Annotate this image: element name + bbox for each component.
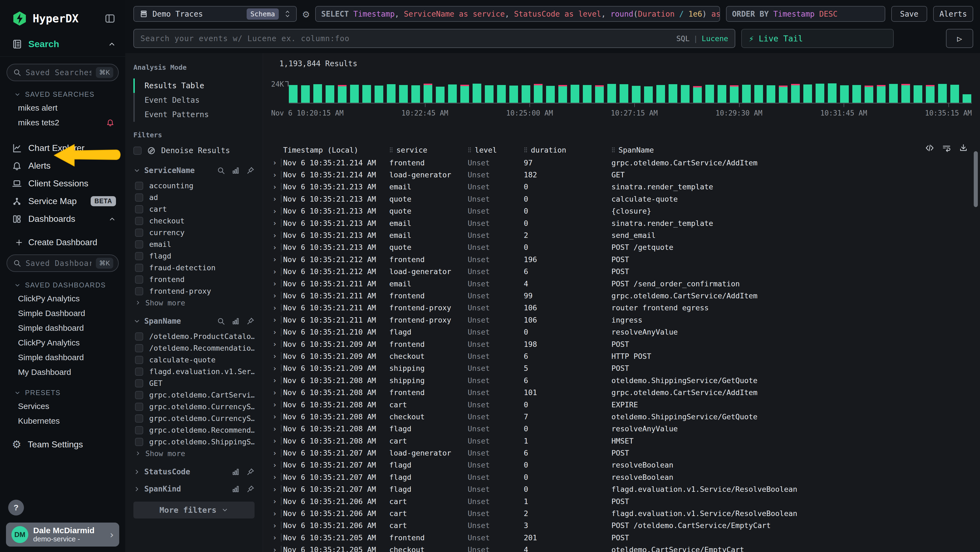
table-row[interactable]: ›Nov 6 10:35:21.209 AMshippingUnset5POST bbox=[269, 362, 980, 374]
filter-option[interactable]: frontend bbox=[134, 274, 255, 285]
checkbox[interactable] bbox=[135, 193, 143, 202]
histogram-bar[interactable] bbox=[620, 84, 628, 103]
checkbox[interactable] bbox=[135, 367, 143, 376]
user-card[interactable]: DM Dale McDiarmid demo-service - › bbox=[6, 523, 119, 547]
histogram-bar[interactable] bbox=[558, 85, 567, 103]
histogram-bar[interactable] bbox=[362, 85, 371, 103]
expand-row-icon[interactable]: › bbox=[269, 497, 281, 506]
column-header-service[interactable]: service bbox=[389, 146, 468, 154]
saved-search-item[interactable]: mikes tets2 bbox=[0, 115, 125, 130]
checkbox[interactable] bbox=[135, 228, 143, 237]
histogram-bar[interactable] bbox=[448, 85, 457, 103]
table-row[interactable]: ›Nov 6 10:35:21.213 AMquoteUnset0calcula… bbox=[269, 193, 980, 205]
table-row[interactable]: ›Nov 6 10:35:21.208 AMcartUnset1HMSET bbox=[269, 435, 980, 447]
checkbox[interactable] bbox=[135, 438, 143, 446]
histogram-bar[interactable] bbox=[693, 86, 702, 103]
saved-searches-input[interactable]: Saved Searches ⌘K bbox=[6, 64, 119, 81]
expand-row-icon[interactable]: › bbox=[269, 340, 281, 348]
checkbox[interactable] bbox=[135, 182, 143, 190]
table-row[interactable]: ›Nov 6 10:35:21.209 AMfrontendUnset198PO… bbox=[269, 338, 980, 350]
table-row[interactable]: ›Nov 6 10:35:21.207 AMflagdUnset0resolve… bbox=[269, 471, 980, 483]
histogram-bar[interactable] bbox=[375, 86, 383, 103]
checkbox[interactable] bbox=[135, 391, 143, 399]
table-row[interactable]: ›Nov 6 10:35:21.206 AMcartUnset2flagd.ev… bbox=[269, 507, 980, 519]
save-button[interactable]: Save bbox=[891, 6, 927, 22]
pin-icon[interactable] bbox=[247, 485, 255, 493]
table-row[interactable]: ›Nov 6 10:35:21.207 AMload-generatorUnse… bbox=[269, 447, 980, 459]
expand-row-icon[interactable]: › bbox=[269, 437, 281, 445]
saved-searches-header[interactable]: SAVED SEARCHES bbox=[14, 91, 119, 98]
mode-sql-toggle[interactable]: SQL bbox=[676, 34, 690, 43]
vertical-scrollbar[interactable] bbox=[974, 151, 978, 207]
checkbox[interactable] bbox=[135, 344, 143, 352]
expand-row-icon[interactable]: › bbox=[269, 316, 281, 324]
table-row[interactable]: ›Nov 6 10:35:21.213 AMemailUnset0sinatra… bbox=[269, 217, 980, 229]
table-row[interactable]: ›Nov 6 10:35:21.211 AMemailUnset4POST /s… bbox=[269, 278, 980, 290]
saved-dashboard-item[interactable]: ClickPy Analytics bbox=[0, 335, 125, 350]
expand-row-icon[interactable]: › bbox=[269, 473, 281, 481]
saved-dashboards-input[interactable]: Saved Dashboards ⌘K bbox=[6, 254, 119, 272]
analysis-mode-event-patterns[interactable]: Event Patterns bbox=[134, 107, 255, 122]
saved-dashboard-item[interactable]: My Dashboard bbox=[0, 365, 125, 380]
show-more-button[interactable]: Show more bbox=[134, 448, 255, 459]
filter-option[interactable]: email bbox=[134, 238, 255, 250]
schema-badge[interactable]: Schema bbox=[247, 8, 279, 20]
histogram-bar[interactable] bbox=[754, 85, 763, 103]
histogram-bar[interactable] bbox=[546, 86, 555, 103]
expand-row-icon[interactable]: › bbox=[269, 304, 281, 312]
filter-option[interactable]: grpc.oteldemo.CurrencyS… bbox=[134, 401, 255, 413]
table-row[interactable]: ›Nov 6 10:35:21.206 AMcartUnset1POST bbox=[269, 495, 980, 507]
histogram-bar[interactable] bbox=[509, 86, 518, 103]
histogram-bar[interactable] bbox=[877, 85, 886, 103]
histogram-bar[interactable] bbox=[742, 85, 751, 103]
expand-row-icon[interactable]: › bbox=[269, 279, 281, 288]
sidebar-item-dashboards[interactable]: Dashboards bbox=[0, 210, 125, 228]
table-row[interactable]: ›Nov 6 10:35:21.211 AMfrontend-proxyUnse… bbox=[269, 314, 980, 326]
expand-row-icon[interactable]: › bbox=[269, 509, 281, 518]
table-row[interactable]: ›Nov 6 10:35:21.207 AMflagdUnset0flagd.e… bbox=[269, 483, 980, 495]
expand-row-icon[interactable]: › bbox=[269, 171, 281, 179]
checkbox[interactable] bbox=[135, 356, 143, 364]
expand-row-icon[interactable]: › bbox=[269, 425, 281, 433]
sidebar-item-team-settings[interactable]: ⚙ Team Settings bbox=[0, 428, 125, 452]
checkbox[interactable] bbox=[135, 276, 143, 284]
filter-option[interactable]: grpc.oteldemo.CartServi… bbox=[134, 389, 255, 401]
table-row[interactable]: ›Nov 6 10:35:21.210 AMflagdUnset0resolve… bbox=[269, 326, 980, 338]
expand-row-icon[interactable]: › bbox=[269, 376, 281, 384]
source-settings-gear-icon[interactable]: ⚙ bbox=[303, 8, 309, 19]
histogram-bar[interactable] bbox=[399, 85, 408, 103]
table-row[interactable]: ›Nov 6 10:35:21.206 AMcartUnset3POST /ot… bbox=[269, 520, 980, 531]
table-row[interactable]: ›Nov 6 10:35:21.212 AMfrontendUnset196PO… bbox=[269, 254, 980, 265]
expand-row-icon[interactable]: › bbox=[269, 400, 281, 409]
histogram-bar[interactable] bbox=[938, 84, 947, 103]
table-row[interactable]: ›Nov 6 10:35:21.208 AMcheckoutUnset7otel… bbox=[269, 411, 980, 423]
table-row[interactable]: ›Nov 6 10:35:21.208 AMshippingUnset6otel… bbox=[269, 374, 980, 386]
chart-icon[interactable] bbox=[232, 468, 240, 476]
checkbox[interactable] bbox=[135, 240, 143, 249]
filter-group-header[interactable]: ServiceName bbox=[134, 166, 255, 175]
expand-row-icon[interactable]: › bbox=[269, 207, 281, 215]
histogram-bar[interactable] bbox=[485, 85, 493, 103]
search-icon[interactable] bbox=[217, 317, 225, 325]
expand-row-icon[interactable]: › bbox=[269, 219, 281, 227]
table-row[interactable]: ›Nov 6 10:35:21.211 AMfrontendUnset99grp… bbox=[269, 290, 980, 302]
filter-option[interactable]: calculate-quote bbox=[134, 354, 255, 365]
checkbox[interactable] bbox=[135, 415, 143, 423]
histogram-bar[interactable] bbox=[313, 84, 322, 103]
chevron-up-icon[interactable] bbox=[108, 40, 116, 48]
preset-item[interactable]: Kubernetes bbox=[0, 413, 125, 428]
filter-option[interactable]: /oteldemo.Recommendatio… bbox=[134, 342, 255, 354]
expand-row-icon[interactable]: › bbox=[269, 328, 281, 336]
table-row[interactable]: ›Nov 6 10:35:21.214 AMfrontendUnset97grp… bbox=[269, 157, 980, 169]
column-header-level[interactable]: level bbox=[468, 146, 524, 154]
histogram-bar[interactable] bbox=[387, 84, 396, 103]
histogram-bar[interactable] bbox=[632, 86, 641, 103]
sidebar-item-client-sessions[interactable]: Client Sessions bbox=[0, 175, 125, 192]
checkbox[interactable] bbox=[135, 205, 143, 213]
checkbox[interactable] bbox=[134, 147, 142, 155]
saved-dashboard-item[interactable]: ClickPy Analytics bbox=[0, 291, 125, 306]
table-row[interactable]: ›Nov 6 10:35:21.214 AMload-generatorUnse… bbox=[269, 169, 980, 181]
histogram-bar[interactable] bbox=[473, 84, 481, 103]
filter-option[interactable]: grpc.oteldemo.CurrencyS… bbox=[134, 413, 255, 424]
filter-group-header[interactable]: SpanKind bbox=[134, 485, 255, 493]
